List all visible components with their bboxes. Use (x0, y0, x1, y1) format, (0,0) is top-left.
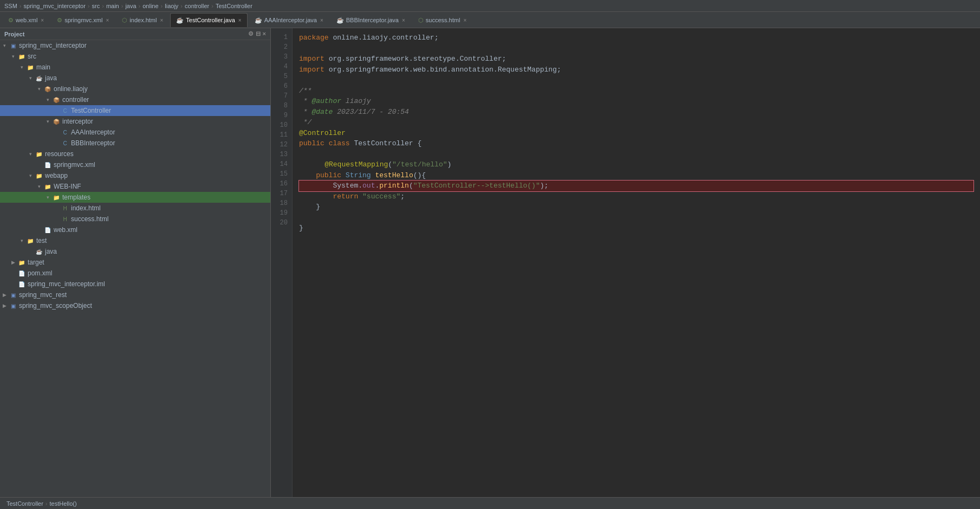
tab-testcontroller[interactable]: ☕ TestController.java × (170, 13, 247, 27)
tree-item-success-html[interactable]: H success.html (0, 214, 270, 224)
breadcrumb-liaojy: liaojy (165, 3, 178, 9)
tab-web-xml[interactable]: ⚙ web.xml × (2, 13, 50, 27)
breadcrumb-ssm: SSM (4, 3, 17, 9)
code-line-8: * @date 2023/11/7 - 20:54 (299, 107, 973, 118)
code-line-14: public String testHello(){ (299, 170, 973, 181)
breadcrumb-java: java (125, 3, 136, 9)
status-testhello: testHello() (50, 500, 77, 507)
breadcrumb-project: spring_mvc_interceptor (24, 3, 86, 9)
code-line-5 (299, 75, 973, 86)
java-icon2: ☕ (255, 17, 262, 24)
main-layout: Project ⚙ ⊟ × ▾ ▣ spring_mvc_interceptor… (0, 28, 980, 497)
aaainterceptor-file-icon: C (61, 128, 69, 137)
html-file-icon2: H (61, 215, 69, 223)
tree-item-web-xml[interactable]: 📄 web.xml (0, 224, 270, 235)
tree-item-interceptor[interactable]: ▾ 📦 interceptor (0, 116, 270, 127)
bbbinterceptor-file-icon: C (61, 139, 69, 147)
code-content: package online.liaojy.controller; import… (293, 28, 980, 497)
code-line-4: import org.springframework.web.bind.anno… (299, 65, 973, 75)
tree-item-pom[interactable]: 📄 pom.xml (0, 268, 270, 279)
tree-item-target[interactable]: ▶ 📁 target (0, 257, 270, 268)
tab-close-success-html[interactable]: × (463, 17, 466, 23)
tree-item-spring-mvc-interceptor[interactable]: ▾ ▣ spring_mvc_interceptor (0, 40, 270, 51)
code-line-15: System.out.println("TestController-->tes… (299, 181, 973, 191)
project-settings-icon[interactable]: ⚙ (248, 30, 254, 37)
breadcrumb-main: main (106, 3, 119, 9)
tree-item-bbbinterceptor[interactable]: C BBBInterceptor (0, 138, 270, 149)
tree-item-aaainterceptor[interactable]: C AAAInterceptor (0, 127, 270, 138)
tab-close-springmvc-xml[interactable]: × (106, 17, 109, 23)
xml-file-icon: 📄 (43, 160, 52, 169)
folder-icon-templates: 📁 (52, 193, 61, 202)
tab-success-html[interactable]: ⬡ success.html × (412, 13, 472, 27)
project-close-icon[interactable]: × (263, 30, 266, 37)
tab-close-index-html[interactable]: × (160, 17, 163, 23)
code-line-9: */ (299, 117, 973, 128)
tree-item-controller[interactable]: ▾ 📦 controller (0, 94, 270, 105)
tab-bbbinterceptor[interactable]: ☕ BBBInterceptor.java × (330, 13, 411, 27)
tree-item-spring-mvc-rest[interactable]: ▶ ▣ spring_mvc_rest (0, 289, 270, 300)
code-line-1: package online.liaojy.controller; (299, 33, 973, 43)
xml-file-icon2: 📄 (43, 225, 52, 234)
folder-icon-main: 📁 (26, 63, 35, 72)
tree-item-online-liaojy[interactable]: ▾ 📦 online.liaojy (0, 83, 270, 94)
tree-item-iml[interactable]: 📄 spring_mvc_interceptor.iml (0, 279, 270, 289)
tree-item-springmvc-xml[interactable]: 📄 springmvc.xml (0, 159, 270, 170)
tree-item-src[interactable]: ▾ 📁 src (0, 51, 270, 62)
tab-index-html[interactable]: ⬡ index.html × (116, 13, 169, 27)
tree-item-resources[interactable]: ▾ 📁 resources (0, 149, 270, 159)
pom-icon: 📄 (17, 269, 26, 278)
tab-springmvc-xml[interactable]: ⚙ springmvc.xml × (51, 13, 115, 27)
code-line-19: } (299, 223, 973, 234)
controller-file-icon: C (61, 106, 69, 115)
java-src-icon: ☕ (35, 74, 43, 82)
tree-item-java[interactable]: ▾ ☕ java (0, 73, 270, 83)
folder-icon-webinf: 📁 (43, 182, 52, 191)
code-line-11: public class TestController { (299, 138, 973, 149)
tab-close-web-xml[interactable]: × (41, 17, 44, 23)
tree-item-index-html[interactable]: H index.html (0, 203, 270, 214)
tree-item-test-java[interactable]: ☕ java (0, 246, 270, 257)
tree-item-test[interactable]: ▾ 📁 test (0, 235, 270, 246)
tab-close-aaainterceptor[interactable]: × (320, 17, 323, 23)
code-line-18 (299, 212, 973, 223)
folder-icon-target: 📁 (17, 258, 26, 267)
xml-icon2: ⚙ (57, 17, 62, 24)
html-icon: ⬡ (122, 17, 127, 24)
code-line-12 (299, 149, 973, 160)
code-editor[interactable]: 12345 678910 1112131415 1617181920 packa… (271, 28, 980, 497)
package-icon-interceptor: 📦 (52, 117, 61, 126)
line-numbers: 12345 678910 1112131415 1617181920 (271, 28, 293, 497)
folder-icon-webapp: 📁 (35, 171, 43, 180)
code-line-16: return "success"; (299, 191, 973, 202)
project-panel: Project ⚙ ⊟ × ▾ ▣ spring_mvc_interceptor… (0, 28, 271, 497)
tree-item-spring-mvc-scopeobject[interactable]: ▶ ▣ spring_mvc_scopeObject (0, 300, 270, 311)
folder-icon-resources: 📁 (35, 150, 43, 158)
tree-item-templates[interactable]: ▾ 📁 templates (0, 192, 270, 203)
tree-item-webinf[interactable]: ▾ 📁 WEB-INF (0, 181, 270, 192)
iml-icon: 📄 (17, 280, 26, 288)
tab-aaainterceptor[interactable]: ☕ AAAInterceptor.java × (249, 13, 329, 27)
code-line-10: @Controller (299, 128, 973, 139)
status-testcontroller: TestController (7, 500, 43, 507)
tree-item-main[interactable]: ▾ 📁 main (0, 62, 270, 73)
breadcrumb-controller: controller (185, 3, 209, 9)
package-icon-online: 📦 (43, 85, 52, 93)
project-collapse-icon[interactable]: ⊟ (256, 30, 261, 37)
html-file-icon: H (61, 204, 69, 212)
xml-icon: ⚙ (8, 17, 14, 24)
code-line-17: } (299, 202, 973, 212)
package-icon-controller: 📦 (52, 95, 61, 104)
breadcrumb-bar: SSM › spring_mvc_interceptor › src › mai… (0, 0, 980, 12)
tree-item-testcontroller[interactable]: C TestController (0, 105, 270, 116)
tab-close-testcontroller[interactable]: × (238, 17, 242, 23)
code-line-7: * @author liaojy (299, 96, 973, 107)
tree-item-webapp[interactable]: ▾ 📁 webapp (0, 170, 270, 181)
code-line-2 (299, 43, 973, 54)
html-icon2: ⬡ (418, 17, 424, 24)
project-header: Project ⚙ ⊟ × (0, 28, 270, 40)
tab-close-bbbinterceptor[interactable]: × (402, 17, 405, 23)
project-title: Project (4, 31, 24, 37)
tab-bar: ⚙ web.xml × ⚙ springmvc.xml × ⬡ index.ht… (0, 12, 980, 28)
folder-icon-test: 📁 (26, 236, 35, 245)
